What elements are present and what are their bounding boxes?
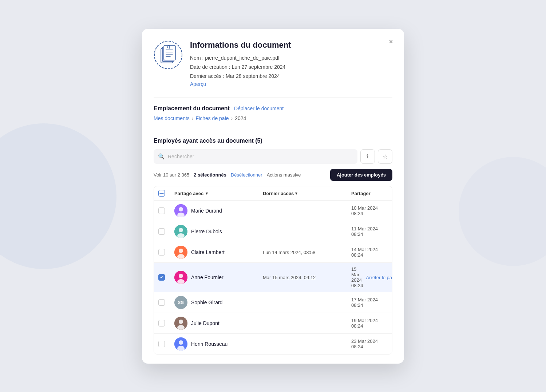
document-icon <box>154 40 183 70</box>
row-checkbox-3[interactable] <box>158 249 165 256</box>
row-checkbox-4[interactable] <box>158 274 165 281</box>
employee-name-6: Julie Dupont <box>191 320 219 326</box>
last-access-share-2: 11 Mar 2024 08:24 <box>351 226 388 237</box>
employee-name-5: Sophie Girard <box>191 300 222 305</box>
row-checkbox-wrap <box>158 320 171 326</box>
info-icon: ℹ <box>367 153 369 160</box>
avatar-7 <box>174 337 187 351</box>
share-cell-7: 23 Mar 2024 08:24 <box>351 338 388 349</box>
svg-point-15 <box>179 249 183 253</box>
star-icon: ☆ <box>383 153 388 160</box>
row-checkbox-wrap <box>158 299 171 306</box>
avatar-2 <box>174 225 187 238</box>
modal-title: Informations du document <box>190 40 291 50</box>
breadcrumb-sep-1: › <box>192 115 194 121</box>
row-checkbox-7[interactable] <box>158 341 165 347</box>
star-button[interactable]: ☆ <box>378 149 392 164</box>
table-row: Claire Lambert Lun 14 mars 2024, 08:58 1… <box>154 242 392 263</box>
selected-badge: 2 sélectionnés <box>194 172 226 178</box>
svg-point-21 <box>179 320 183 324</box>
breadcrumb-sep-2: › <box>231 115 233 121</box>
table-row: Anne Fournier Mar 15 mars 2024, 09:12 15… <box>154 263 392 292</box>
share-cell-1: 10 Mar 2024 08:24 <box>351 205 388 216</box>
row-checkbox-5[interactable] <box>158 299 165 306</box>
divider-2 <box>154 130 392 130</box>
share-cell-5: 17 Mar 2024 08:24 <box>351 297 388 308</box>
row-checkbox-wrap <box>158 341 171 347</box>
row-checkbox-2[interactable] <box>158 228 165 235</box>
table-row: SG Sophie Girard 17 Mar 2024 08:24 <box>154 292 392 313</box>
employee-cell-6: Julie Dupont <box>174 317 260 330</box>
svg-point-12 <box>179 228 183 232</box>
row-checkbox-wrap <box>158 207 171 214</box>
row-checkbox-wrap <box>158 228 171 235</box>
svg-point-18 <box>179 274 183 278</box>
last-access-share-6: 19 Mar 2024 08:24 <box>351 318 388 329</box>
last-access-share-4: 15 Mar 2024 08:24 <box>351 266 363 288</box>
doc-meta: Nom : pierre_dupont_fiche_de_paie.pdf Da… <box>190 54 291 81</box>
move-document-link[interactable]: Déplacer le document <box>234 106 284 111</box>
row-checkbox-6[interactable] <box>158 320 165 326</box>
table-row: Pierre Dubois 11 Mar 2024 08:24 <box>154 221 392 242</box>
document-header: Informations du document Nom : pierre_du… <box>154 40 392 88</box>
table-body: Marie Durand 10 Mar 2024 08:24 Pierre Du… <box>154 201 392 354</box>
share-cell-4: 15 Mar 2024 08:24 Arrêter le partage <box>351 266 388 288</box>
last-access-share-7: 23 Mar 2024 08:24 <box>351 338 388 349</box>
breadcrumb-fiches-de-paie[interactable]: Fiches de paie <box>196 115 229 121</box>
employees-title: Employés ayant accès au document (5) <box>154 138 392 144</box>
col-share-label: Partager <box>351 191 371 196</box>
employee-cell-3: Claire Lambert <box>174 246 260 259</box>
employee-name-1: Marie Durand <box>191 208 222 214</box>
col-last-access-label: Dernier accès <box>263 191 294 196</box>
breadcrumb-mes-documents[interactable]: Mes documents <box>154 115 190 121</box>
employee-cell-1: Marie Durand <box>174 204 260 217</box>
chevron-down-icon: ▾ <box>206 191 208 196</box>
modal-overlay: × Informat <box>0 0 546 392</box>
table-header: Partagé avec ▾ Dernier accès ▾ Partager <box>154 186 392 201</box>
employee-name-2: Pierre Dubois <box>191 229 222 234</box>
row-checkbox-1[interactable] <box>158 207 165 214</box>
chevron-down-icon-2: ▾ <box>295 191 297 196</box>
add-employees-button[interactable]: Ajouter des employés <box>330 169 392 181</box>
employee-name-4: Anne Fournier <box>191 274 223 280</box>
actions-bar: Voir 10 sur 2 365 2 sélectionnés Désélec… <box>154 169 392 181</box>
table-row: Henri Rousseau 23 Mar 2024 08:24 <box>154 334 392 354</box>
breadcrumb: Mes documents › Fiches de paie › 2024 <box>154 115 392 121</box>
divider-1 <box>154 98 392 98</box>
col-header-last-access[interactable]: Dernier accès ▾ <box>263 191 348 196</box>
count-info: Voir 10 sur 2 365 <box>154 172 189 178</box>
location-section: Emplacement du document Déplacer le docu… <box>154 105 392 112</box>
employee-name-3: Claire Lambert <box>191 249 225 255</box>
close-button[interactable]: × <box>385 36 397 48</box>
last-access-detail-4: Mar 15 mars 2024, 09:12 <box>263 275 348 280</box>
actions-massive-link[interactable]: Actions massive <box>267 172 301 178</box>
share-cell-6: 19 Mar 2024 08:24 <box>351 318 388 329</box>
last-access-share-5: 17 Mar 2024 08:24 <box>351 297 388 308</box>
share-cell-2: 11 Mar 2024 08:24 <box>351 226 388 237</box>
search-input[interactable] <box>168 154 353 159</box>
share-cell-3: 14 Mar 2024 08:24 <box>351 247 388 258</box>
info-button[interactable]: ℹ <box>360 149 375 164</box>
svg-point-24 <box>179 340 183 345</box>
search-icon: 🔍 <box>158 153 165 160</box>
doc-created: Date de création : Lun 27 septembre 2024 <box>190 63 291 72</box>
avatar-4 <box>174 271 187 284</box>
employees-section: Employés ayant accès au document (5) 🔍 ℹ… <box>154 138 392 355</box>
select-all-checkbox[interactable] <box>158 190 165 197</box>
doc-name: Nom : pierre_dupont_fiche_de_paie.pdf <box>190 54 291 63</box>
document-info-modal: × Informat <box>142 29 404 364</box>
row-checkbox-wrap <box>158 274 171 281</box>
col-header-share: Partager <box>351 191 388 196</box>
avatar-6 <box>174 317 187 330</box>
deselect-link[interactable]: Désélectionner <box>231 172 262 178</box>
col-header-shared-with[interactable]: Partagé avec ▾ <box>174 191 260 196</box>
stop-share-link-4[interactable]: Arrêter le partage <box>366 275 392 280</box>
last-access-share-3: 14 Mar 2024 08:24 <box>351 247 388 258</box>
employees-table: Partagé avec ▾ Dernier accès ▾ Partager <box>154 186 392 355</box>
employee-cell-5: SG Sophie Girard <box>174 296 260 309</box>
row-checkbox-wrap <box>158 249 171 256</box>
avatar-5: SG <box>174 296 187 309</box>
search-input-wrap: 🔍 <box>154 149 357 164</box>
avatar-1 <box>174 204 187 217</box>
preview-link[interactable]: Aperçu <box>190 81 206 87</box>
